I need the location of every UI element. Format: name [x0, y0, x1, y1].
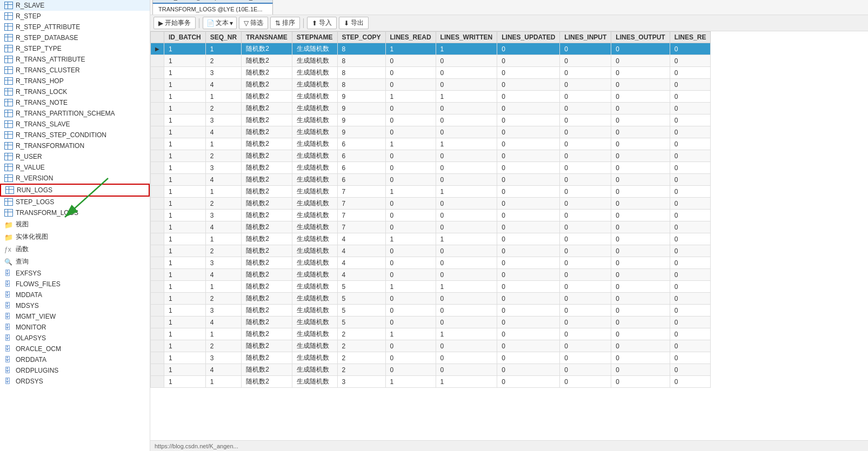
table-row[interactable]: 12随机数2生成随机数9000000	[151, 103, 711, 115]
import-button[interactable]: ⬆ 导入	[307, 17, 337, 29]
start-transaction-button[interactable]: ▶ 开始事务	[153, 17, 196, 29]
cell-lines_updated: 0	[497, 245, 560, 257]
sidebar-item-monitor[interactable]: 🗄MONITOR	[0, 322, 150, 333]
sidebar-item---[interactable]: 📁视图	[0, 218, 150, 231]
column-header-step_copy[interactable]: STEP_COPY	[337, 32, 385, 43]
table-row[interactable]: 13随机数2生成随机数9000000	[151, 115, 711, 126]
table-row[interactable]: 12随机数2生成随机数2000000	[151, 340, 711, 352]
sidebar-item-label: R_STEP_DATABASE	[16, 34, 78, 42]
column-header-seq_nr[interactable]: SEQ_NR	[205, 32, 241, 43]
sidebar-item-olapsys[interactable]: 🗄OLAPSYS	[0, 333, 150, 344]
column-header-id_batch[interactable]: ID_BATCH	[164, 32, 206, 43]
cell-seq_nr: 3	[205, 67, 241, 79]
sidebar-item-step-logs[interactable]: STEP_LOGS	[0, 197, 150, 207]
table-row[interactable]: 14随机数2生成随机数9000000	[151, 126, 711, 138]
table-row[interactable]: 14随机数2生成随机数7000000	[151, 221, 711, 233]
sort-button[interactable]: ⇅ 排序	[270, 17, 300, 29]
sidebar-item-r-step-attribute[interactable]: R_STEP_ATTRIBUTE	[0, 22, 150, 32]
table-row[interactable]: 14随机数2生成随机数4000000	[151, 269, 711, 281]
table-row[interactable]: 13随机数2生成随机数8000000	[151, 67, 711, 79]
cell-lines_read: 0	[385, 198, 436, 210]
sidebar-item-r-trans-cluster[interactable]: R_TRANS_CLUSTER	[0, 65, 150, 76]
cell-lines_re: 0	[670, 281, 711, 293]
cell-transname: 随机数2	[242, 305, 292, 317]
table-row[interactable]: 11随机数2生成随机数8110000	[151, 43, 711, 55]
table-row[interactable]: 14随机数2生成随机数5000000	[151, 317, 711, 328]
sidebar-item-r-step[interactable]: R_STEP	[0, 11, 150, 22]
table-row[interactable]: 13随机数2生成随机数5000000	[151, 305, 711, 317]
table-row[interactable]: 14随机数2生成随机数2000000	[151, 364, 711, 376]
sidebar-item-r-trans-step-condition[interactable]: R_TRANS_STEP_CONDITION	[0, 130, 150, 140]
sidebar-item-label: ORDPLUGINS	[16, 367, 58, 374]
sidebar-item-r-trans-partition-schema[interactable]: R_TRANS_PARTITION_SCHEMA	[0, 108, 150, 119]
table-row[interactable]: 11随机数2生成随机数2110000	[151, 328, 711, 340]
sidebar-item-mdsys[interactable]: 🗄MDSYS	[0, 300, 150, 311]
cell-transname: 随机数2	[242, 210, 292, 221]
sidebar-item-ordplugins[interactable]: 🗄ORDPLUGINS	[0, 365, 150, 376]
sidebar-item-r-version[interactable]: R_VERSION	[0, 173, 150, 184]
sidebar-item-exfsys[interactable]: 🗄EXFSYS	[0, 268, 150, 279]
table-row[interactable]: 13随机数2生成随机数7000000	[151, 210, 711, 221]
sidebar-item-transform-logs[interactable]: TRANSFORM_LOGS	[0, 207, 150, 218]
table-row[interactable]: 11随机数2生成随机数4110000	[151, 233, 711, 245]
table-row[interactable]: 12随机数2生成随机数7000000	[151, 198, 711, 210]
table-row[interactable]: 12随机数2生成随机数6000000	[151, 150, 711, 162]
cell-stepname: 生成随机数	[292, 328, 337, 340]
sidebar-item-r-transformation[interactable]: R_TRANSFORMATION	[0, 140, 150, 151]
sidebar-item------[interactable]: 📁实体化视图	[0, 231, 150, 243]
table-row[interactable]: 13随机数2生成随机数6000000	[151, 162, 711, 174]
table-row[interactable]: 11随机数2生成随机数6110000	[151, 138, 711, 150]
table-row[interactable]: 11随机数2生成随机数5110000	[151, 281, 711, 293]
sidebar-item-r-user[interactable]: R_USER	[0, 151, 150, 162]
cell-stepname: 生成随机数	[292, 376, 337, 388]
table-row[interactable]: 11随机数2生成随机数9110000	[151, 91, 711, 103]
table-row[interactable]: 12随机数2生成随机数8000000	[151, 55, 711, 67]
table-row[interactable]: 14随机数2生成随机数8000000	[151, 79, 711, 91]
table-row[interactable]: 12随机数2生成随机数5000000	[151, 293, 711, 305]
sidebar-item-oracle-ocm[interactable]: 🗄ORACLE_OCM	[0, 344, 150, 354]
column-header-lines_updated[interactable]: LINES_UPDATED	[497, 32, 560, 43]
cell-lines_read: 1	[385, 138, 436, 150]
data-grid[interactable]: ID_BATCHSEQ_NRTRANSNAMESTEPNAMESTEP_COPY…	[150, 31, 868, 440]
sidebar-item---[interactable]: 🔍查询	[0, 255, 150, 268]
sidebar-item-ordsys[interactable]: 🗄ORDSYS	[0, 376, 150, 387]
sidebar-item-r-trans-hop[interactable]: R_TRANS_HOP	[0, 76, 150, 86]
column-header-lines_read[interactable]: LINES_READ	[385, 32, 436, 43]
sidebar-item-r-value[interactable]: R_VALUE	[0, 162, 150, 173]
tab-4[interactable]: TRANSFORM_LOGS @LYE (10E.1E...	[152, 3, 273, 15]
column-header-lines_written[interactable]: LINES_WRITTEN	[436, 32, 497, 43]
table-row[interactable]: 11随机数2生成随机数3110000	[151, 376, 711, 388]
table-row[interactable]: 12随机数2生成随机数4000000	[151, 245, 711, 257]
table-row[interactable]: 13随机数2生成随机数2000000	[151, 352, 711, 364]
table-row[interactable]: 13随机数2生成随机数4000000	[151, 257, 711, 269]
text-button[interactable]: 📄 文本 ▾	[203, 17, 237, 29]
table-row[interactable]: 14随机数2生成随机数6000000	[151, 174, 711, 186]
sidebar-item-r-slave[interactable]: R_SLAVE	[0, 0, 150, 11]
table-row[interactable]: 11随机数2生成随机数7110000	[151, 186, 711, 198]
sidebar-item-r-step-database[interactable]: R_STEP_DATABASE	[0, 32, 150, 43]
cell-transname: 随机数2	[242, 269, 292, 281]
sidebar-item-orddata[interactable]: 🗄ORDDATA	[0, 354, 150, 365]
sidebar-item---[interactable]: ƒx函数	[0, 243, 150, 255]
sidebar-item-mgmt-view[interactable]: 🗄MGMT_VIEW	[0, 311, 150, 322]
sidebar-item-r-step-type[interactable]: R_STEP_TYPE	[0, 43, 150, 54]
cell-stepname: 生成随机数	[292, 317, 337, 328]
column-header-lines_input[interactable]: LINES_INPUT	[560, 32, 611, 43]
cell-lines_read: 0	[385, 67, 436, 79]
filter-button[interactable]: ▽ 筛选	[239, 17, 268, 29]
export-button[interactable]: ⬇ 导出	[339, 17, 369, 29]
sidebar-item-r-trans-note[interactable]: R_TRANS_NOTE	[0, 97, 150, 108]
sidebar-item-run-logs[interactable]: RUN_LOGS	[0, 184, 150, 197]
column-header-stepname[interactable]: STEPNAME	[292, 32, 337, 43]
sidebar-item-r-trans-slave[interactable]: R_TRANS_SLAVE	[0, 119, 150, 130]
column-header-transname[interactable]: TRANSNAME	[242, 32, 292, 43]
cell-seq_nr: 1	[205, 43, 241, 55]
sidebar-item-flows-files[interactable]: 🗄FLOWS_FILES	[0, 279, 150, 290]
column-header-lines_re[interactable]: LINES_RE	[670, 32, 711, 43]
column-header-lines_output[interactable]: LINES_OUTPUT	[611, 32, 670, 43]
sidebar-item-mddata[interactable]: 🗄MDDATA	[0, 290, 150, 300]
sidebar-item-label: ORDSYS	[16, 378, 43, 385]
sidebar-item-r-trans-attribute[interactable]: R_TRANS_ATTRIBUTE	[0, 54, 150, 65]
sidebar-item-r-trans-lock[interactable]: R_TRANS_LOCK	[0, 86, 150, 97]
cell-lines_updated: 0	[497, 293, 560, 305]
